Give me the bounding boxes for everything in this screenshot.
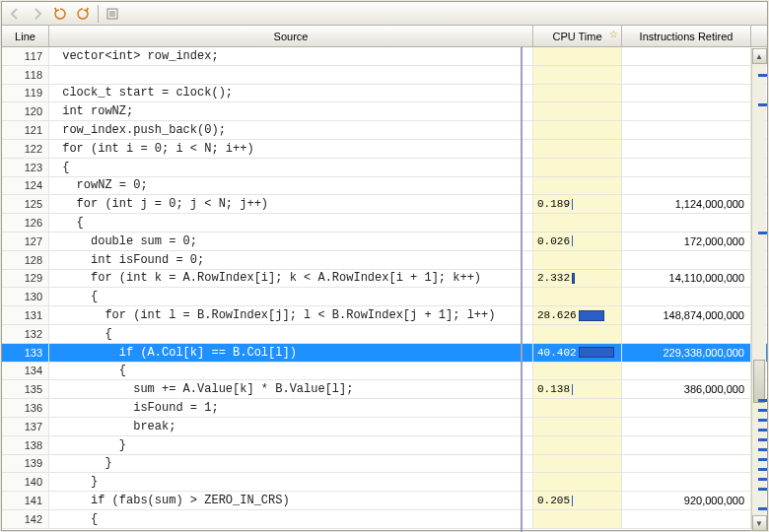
table-row[interactable]: 140 } bbox=[2, 473, 767, 492]
table-row[interactable]: 138 } bbox=[2, 436, 767, 455]
source-text: isFound = 1; bbox=[49, 399, 533, 417]
cpu-time-cell bbox=[533, 363, 622, 380]
source-text: row_index.push_back(0); bbox=[49, 121, 533, 139]
table-row[interactable]: 124 rowNZ = 0; bbox=[2, 177, 767, 196]
scroll-heat-mark bbox=[758, 232, 767, 234]
cpu-time-cell: 40.402 bbox=[533, 344, 622, 362]
scroll-heat-mark bbox=[758, 438, 767, 441]
table-row[interactable]: 128 int isFound = 0; bbox=[2, 251, 767, 270]
table-row[interactable]: 125 for (int j = 0; j < N; j++)0.1891,12… bbox=[2, 195, 767, 214]
arrow-right-icon bbox=[30, 6, 45, 22]
col-header-cpu[interactable]: CPU Time ☆ bbox=[533, 26, 622, 46]
forward-button[interactable] bbox=[27, 4, 48, 24]
table-row[interactable]: 130 { bbox=[2, 288, 767, 306]
table-row[interactable]: 142 { bbox=[2, 510, 767, 529]
col-header-instructions[interactable]: Instructions Retired bbox=[622, 26, 751, 46]
table-row[interactable]: 118 bbox=[2, 66, 767, 85]
table-row[interactable]: 129 for (int k = A.RowIndex[i]; k < A.Ro… bbox=[2, 270, 767, 289]
table-row[interactable]: 141 if (fabs(sum) > ZERO_IN_CRS)0.205920… bbox=[2, 492, 767, 510]
col-header-gap bbox=[751, 26, 767, 46]
vertical-scrollbar[interactable]: ▲ ▼ bbox=[751, 48, 766, 531]
source-text: if (A.Col[k] == B.Col[l]) bbox=[49, 344, 533, 362]
scroll-track[interactable] bbox=[752, 64, 767, 515]
table-row[interactable]: 133 if (A.Col[k] == B.Col[l])40.402229,3… bbox=[2, 344, 767, 363]
source-text: for (int k = A.RowIndex[i]; k < A.RowInd… bbox=[49, 270, 533, 288]
back-button[interactable] bbox=[4, 4, 26, 24]
table-row[interactable]: 134 { bbox=[2, 363, 767, 381]
source-text: { bbox=[49, 159, 533, 176]
table-row[interactable]: 119 clock_t start = clock(); bbox=[2, 85, 767, 103]
source-text: { bbox=[49, 363, 533, 380]
source-text: for (int i = 0; i < N; i++) bbox=[49, 140, 533, 158]
undo-button[interactable] bbox=[49, 4, 71, 24]
instructions-cell bbox=[622, 399, 751, 417]
source-text: double sum = 0; bbox=[49, 233, 533, 250]
column-divider[interactable] bbox=[521, 47, 523, 532]
list-button[interactable] bbox=[102, 4, 123, 24]
cpu-bar bbox=[572, 384, 573, 395]
table-row[interactable]: 122 for (int i = 0; i < N; i++) bbox=[2, 140, 767, 159]
table-row[interactable]: 126 { bbox=[2, 214, 767, 233]
table-row[interactable]: 123 { bbox=[2, 159, 767, 177]
line-number: 127 bbox=[2, 233, 49, 250]
source-text: } bbox=[49, 473, 533, 491]
instructions-cell bbox=[622, 436, 751, 454]
source-text: { bbox=[49, 288, 533, 305]
cpu-time-cell: 28.626 bbox=[533, 306, 622, 324]
source-text: int rowNZ; bbox=[49, 102, 533, 120]
line-number: 142 bbox=[2, 510, 49, 528]
scroll-heat-mark bbox=[758, 488, 767, 491]
cpu-time-cell bbox=[533, 510, 622, 528]
table-row[interactable]: 135 sum += A.Value[k] * B.Value[l];0.138… bbox=[2, 380, 767, 399]
source-text: for (int l = B.RowIndex[j]; l < B.RowInd… bbox=[49, 306, 533, 324]
scroll-down-button[interactable]: ▼ bbox=[752, 515, 767, 531]
cpu-time-cell bbox=[533, 436, 622, 454]
col-header-source[interactable]: Source bbox=[49, 26, 533, 46]
instructions-cell bbox=[622, 66, 751, 84]
instructions-cell bbox=[622, 288, 751, 305]
source-text: } bbox=[49, 455, 533, 473]
scroll-heat-mark bbox=[758, 419, 767, 422]
toolbar-separator bbox=[98, 5, 99, 23]
table-row[interactable]: 136 isFound = 1; bbox=[2, 399, 767, 418]
cpu-time-cell bbox=[533, 214, 622, 232]
instructions-cell bbox=[622, 418, 751, 435]
cpu-bar bbox=[579, 310, 604, 321]
line-number: 125 bbox=[2, 195, 49, 213]
cpu-time-cell bbox=[533, 455, 622, 473]
cpu-time-cell: 0.205 bbox=[533, 492, 622, 509]
scroll-thumb[interactable] bbox=[753, 360, 765, 403]
source-grid[interactable]: 117 vector<int> row_index;118119 clock_t… bbox=[2, 47, 767, 530]
table-row[interactable]: 120 int rowNZ; bbox=[2, 102, 767, 121]
instructions-cell bbox=[622, 47, 751, 65]
line-number: 137 bbox=[2, 418, 49, 435]
col-header-line[interactable]: Line bbox=[2, 26, 49, 46]
source-text: clock_t start = clock(); bbox=[49, 85, 533, 102]
scroll-heat-mark bbox=[758, 74, 767, 77]
scroll-heat-mark bbox=[758, 458, 767, 461]
table-row[interactable]: 131 for (int l = B.RowIndex[j]; l < B.Ro… bbox=[2, 306, 767, 325]
cpu-time-cell bbox=[533, 399, 622, 417]
instructions-cell bbox=[622, 455, 751, 473]
table-row[interactable]: 117 vector<int> row_index; bbox=[2, 47, 767, 66]
redo-button[interactable] bbox=[72, 4, 94, 24]
line-number: 119 bbox=[2, 85, 49, 102]
source-text: } bbox=[49, 436, 533, 454]
scroll-up-button[interactable]: ▲ bbox=[752, 48, 767, 64]
line-number: 138 bbox=[2, 436, 49, 454]
undo-icon bbox=[52, 6, 68, 22]
instructions-cell bbox=[622, 177, 751, 195]
source-text: vector<int> row_index; bbox=[49, 47, 533, 65]
table-row[interactable]: 132 { bbox=[2, 325, 767, 344]
cpu-time-cell bbox=[533, 177, 622, 195]
list-icon bbox=[105, 6, 120, 22]
table-row[interactable]: 137 break; bbox=[2, 418, 767, 436]
table-row[interactable]: 127 double sum = 0;0.026172,000,000 bbox=[2, 233, 767, 251]
cpu-time-cell bbox=[533, 85, 622, 102]
instructions-cell bbox=[622, 473, 751, 491]
cpu-time-cell bbox=[533, 121, 622, 139]
line-number: 122 bbox=[2, 140, 49, 158]
table-row[interactable]: 139 } bbox=[2, 455, 767, 474]
instructions-cell bbox=[622, 121, 751, 139]
table-row[interactable]: 121 row_index.push_back(0); bbox=[2, 121, 767, 140]
